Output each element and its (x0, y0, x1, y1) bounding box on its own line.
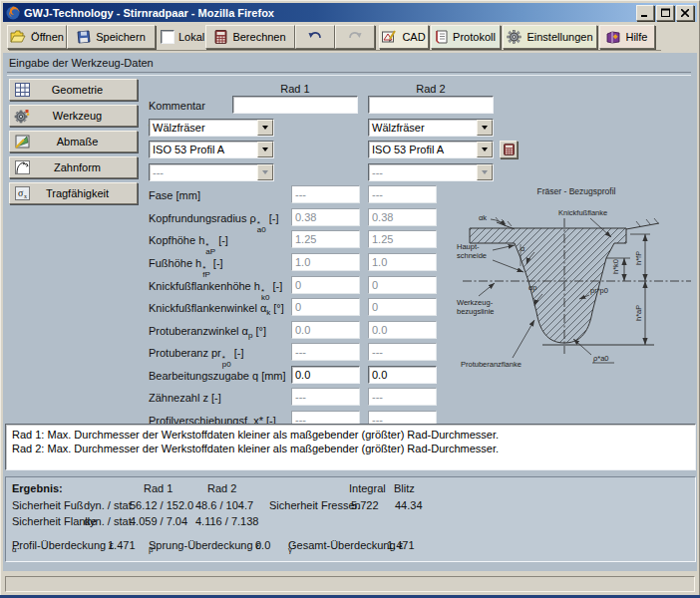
minimize-icon (641, 9, 649, 17)
reference-profile-detail-button[interactable] (500, 141, 518, 158)
column-header-rad2: Rad 2 (368, 83, 494, 95)
undo-icon (307, 31, 323, 43)
local-checkbox[interactable] (161, 30, 175, 44)
results-col-rad2: Rad 2 (207, 482, 236, 494)
select-werkzeug-rad2[interactable]: Wälzfräser (368, 119, 494, 137)
save-floppy-icon (77, 30, 91, 44)
close-icon (681, 9, 689, 17)
content-area: Eingabe der Werkzeug-Daten Geometrie (3, 53, 697, 571)
sidebar-item-zahnform[interactable]: Zahnform (9, 156, 138, 178)
maximize-icon (661, 8, 670, 17)
label-alpha: α (521, 244, 525, 253)
select-bezugsprofil-rad2[interactable]: ISO 53 Profil A (368, 141, 494, 158)
title-bar: GWJ-Technology - Stirnradpaar - Mozilla … (3, 3, 697, 22)
sidebar-item-label: Geometrie (32, 84, 123, 96)
form-row-zaehnezahl: Zähnezahl z [-] (149, 388, 567, 408)
results-col-rad1: Rad 1 (144, 482, 173, 494)
local-checkbox-group: Lokal (161, 25, 204, 49)
calculator-icon (504, 144, 515, 155)
select-value: ISO 53 Profil A (369, 142, 477, 157)
undo-button[interactable] (295, 25, 335, 49)
input-protuberanz-rad2 (368, 343, 437, 361)
input-bearbeitungszugabe-rad1[interactable] (291, 366, 360, 384)
select-werkzeug-rad1[interactable]: Wälzfräser (149, 119, 274, 137)
sidebar-item-label: Zahnform (32, 161, 123, 173)
select-value: --- (369, 164, 477, 180)
close-button[interactable] (676, 5, 694, 21)
toothform-icon (12, 158, 32, 176)
cad-button[interactable]: CAD (379, 25, 429, 49)
result-fressen-integral: 5.722 (351, 499, 379, 511)
sidebar-item-abmasse[interactable]: Abmaße (9, 131, 138, 152)
warning-message-box: Rad 1: Max. Durchmesser der Werkstoffdat… (5, 424, 696, 470)
sidebar-item-tragfaehigkeit[interactable]: σ x Tragfähigkeit (9, 182, 138, 204)
input-protuberanz-rad1 (291, 343, 360, 361)
overlap-sprung-value: 0.0 (255, 539, 270, 551)
column-header-rad1: Rad 1 (232, 83, 358, 95)
input-bearbeitungszugabe-rad2[interactable] (368, 366, 437, 384)
sigma-icon: σ x (12, 184, 32, 202)
open-folder-icon (10, 30, 26, 44)
toolbar: Öffnen Speichern Lokal (3, 22, 697, 53)
redo-button[interactable] (335, 25, 375, 49)
field-label-kopfhoehe: Kopfhöhe h*aP [-] (149, 234, 228, 255)
input-knickfussflankenhoehe-rad2 (368, 276, 437, 294)
select-bezugsprofil-rad1[interactable]: ISO 53 Profil A (149, 141, 274, 158)
label-alpha-k: αk (479, 213, 487, 222)
gear-icon (12, 107, 32, 125)
save-button[interactable]: Speichern (67, 25, 156, 49)
dropdown-arrow-icon[interactable] (257, 120, 273, 136)
open-button[interactable]: Öffnen (7, 25, 67, 49)
overlap-sprung-label: Sprung-Überdeckung εβ: (149, 539, 154, 554)
select-value: --- (150, 164, 257, 180)
settings-button[interactable]: Einstellungen (503, 25, 597, 49)
result-fressen-blitz: 44.34 (395, 499, 423, 511)
minimize-button[interactable] (636, 5, 654, 21)
diagram-title: Fräser - Bezugsprofil (537, 186, 616, 196)
results-col-blitz: Blitz (394, 482, 415, 494)
sidebar-item-label: Werkzeug (32, 110, 123, 122)
maximize-button[interactable] (656, 5, 674, 21)
input-kommentar-rad2[interactable] (368, 96, 494, 114)
field-label-fusshoehe: Fußhöhe h*fP [-] (149, 257, 223, 278)
save-button-label: Speichern (96, 31, 146, 43)
results-title: Ergebnis: (12, 482, 63, 494)
dim-rho-a0: ρ*a0 (593, 354, 609, 363)
overlap-profil-value: 1.471 (108, 539, 136, 551)
application-window: GWJ-Technology - Stirnradpaar - Mozilla … (0, 0, 700, 595)
dropdown-arrow-icon[interactable] (477, 120, 493, 136)
result-fuss-rad2: 48.6 / 104.7 (195, 499, 253, 511)
input-kopfrundungsradius-rad1 (291, 208, 360, 226)
results-col-integral: Integral (349, 482, 386, 494)
input-fusshoehe-rad1 (291, 253, 360, 271)
input-kommentar-rad1[interactable] (232, 96, 358, 114)
firefox-icon (6, 6, 20, 20)
result-flanke-rad1: 4.059 / 7.04 (130, 515, 187, 527)
protocol-button-label: Protokoll (453, 31, 496, 43)
form-row-werkzeug: WerkzeugWälzfräserWälzfräser (149, 119, 567, 139)
field-label-fase: Fase [mm] (149, 189, 200, 201)
form-row-kopfform: Kopfform------ (149, 163, 567, 183)
help-button[interactable]: Hilfe (599, 25, 655, 49)
result-fuss-rad1: 56.12 / 152.0 (130, 499, 193, 511)
dim-h-ap: h*aP (634, 305, 643, 321)
field-label-knickfussflankenwinkel: Knickfußflankenwinkel αk [°] (149, 302, 284, 317)
status-strip (3, 571, 697, 593)
select-kopfform-rad1: --- (149, 163, 274, 181)
label-alpha-p: αp (528, 283, 537, 292)
input-fase-rad1 (291, 185, 360, 203)
input-knickfussflankenwinkel-rad1 (291, 298, 360, 316)
open-button-label: Öffnen (31, 31, 64, 43)
calculate-button[interactable]: Berechnen (205, 25, 295, 49)
dropdown-arrow-icon[interactable] (477, 142, 493, 157)
window-title: GWJ-Technology - Stirnradpaar - Mozilla … (24, 7, 634, 19)
input-kopfrundungsradius-rad2 (368, 208, 437, 226)
sidebar-item-geometrie[interactable]: Geometrie (9, 79, 138, 101)
help-book-icon (606, 31, 620, 44)
select-value: Wälzfräser (150, 120, 257, 136)
form-row-bezugsprofil: BezugsprofilISO 53 Profil AISO 53 Profil… (149, 141, 567, 160)
protocol-button[interactable]: Protokoll (431, 25, 501, 49)
dropdown-arrow-icon[interactable] (257, 142, 273, 157)
sidebar-item-werkzeug[interactable]: Werkzeug (9, 105, 138, 127)
label-hauptschneide-2: schneide (457, 251, 487, 260)
